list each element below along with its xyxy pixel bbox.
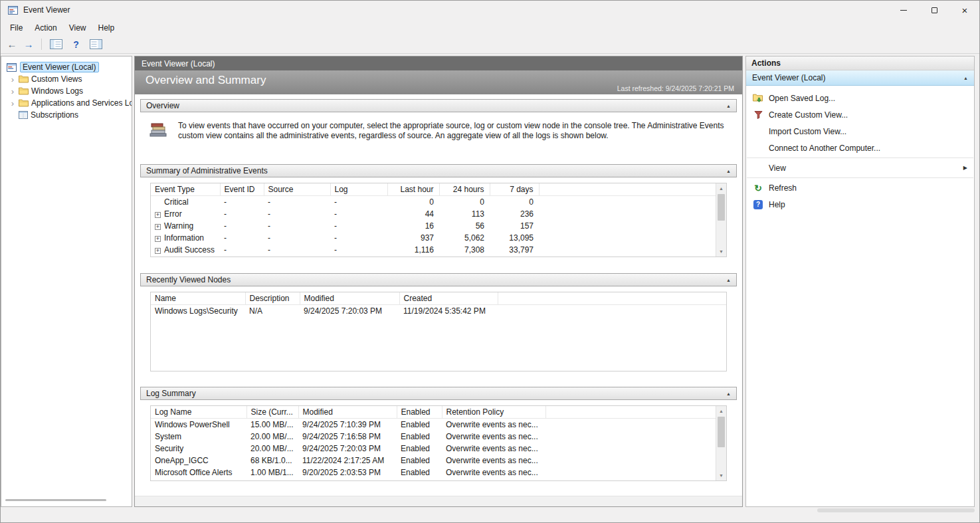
column-header[interactable]: Last hour [387, 183, 439, 196]
table-row[interactable]: Critical---000 [151, 196, 716, 209]
section-header-overview[interactable]: Overview ▲ [140, 99, 737, 112]
action-help[interactable]: ? Help [746, 196, 974, 213]
menu-file[interactable]: File [4, 21, 29, 35]
table-row[interactable]: Microsoft Office Alerts1.00 MB/1...9/20/… [151, 467, 716, 478]
close-button[interactable]: × [949, 0, 980, 20]
table-cell: 13,095 [490, 232, 539, 244]
chevron-right-icon[interactable]: › [9, 87, 16, 96]
menu-view[interactable]: View [63, 21, 92, 35]
help-toolbar-button[interactable]: ? [68, 37, 84, 52]
table-row[interactable]: +Warning---1656157 [151, 220, 716, 232]
scroll-up-icon[interactable]: ▲ [716, 406, 726, 416]
column-header[interactable]: Description [245, 292, 300, 305]
action-create-custom-view[interactable]: Create Custom View... [746, 106, 974, 123]
actions-group-header[interactable]: Event Viewer (Local) ▲ [746, 70, 974, 86]
minimize-icon [900, 10, 907, 11]
column-header[interactable]: 7 days [490, 183, 539, 196]
table-cell: Enabled [397, 431, 442, 443]
menu-help[interactable]: Help [92, 21, 121, 35]
window-horizontal-scrollbar-thumb[interactable] [817, 508, 975, 512]
action-import-custom-view[interactable]: Import Custom View... [746, 123, 974, 140]
table-row[interactable]: +Error---44113236 [151, 208, 716, 220]
column-header[interactable]: Log [330, 183, 387, 196]
chevron-right-icon[interactable]: › [9, 75, 16, 84]
expand-icon[interactable]: + [155, 248, 161, 254]
tree-item-label: Applications and Services Lo [31, 98, 132, 108]
column-header[interactable]: 24 hours [439, 183, 490, 196]
table-cell: Critical [151, 196, 220, 209]
icon-spacer [753, 143, 763, 154]
table-cell: 0 [387, 196, 439, 209]
table-header-row: Log NameSize (Curr...ModifiedEnabledRete… [151, 406, 716, 419]
table-header-row: Event TypeEvent IDSourceLogLast hour24 h… [151, 183, 716, 196]
expand-icon[interactable]: + [155, 224, 161, 230]
collapse-icon[interactable]: ▲ [726, 169, 731, 173]
show-console-tree-button[interactable] [48, 37, 64, 52]
column-header[interactable]: Enabled [397, 406, 442, 419]
back-button[interactable]: ← [5, 39, 19, 49]
actions-pane-icon [90, 39, 102, 49]
expand-icon[interactable]: + [155, 236, 161, 242]
chevron-right-icon[interactable]: › [9, 99, 16, 108]
column-header[interactable]: Event ID [220, 183, 264, 196]
collapse-icon[interactable]: ▲ [963, 76, 968, 80]
table-row[interactable]: Windows PowerShell15.00 MB/...9/24/2025 … [151, 419, 716, 431]
table-cell: 5,062 [439, 232, 490, 244]
column-header[interactable]: Log Name [151, 406, 246, 419]
table-row[interactable]: System20.00 MB/...9/24/2025 7:16:58 PMEn… [151, 431, 716, 443]
section-header-summary[interactable]: Summary of Administrative Events ▲ [140, 164, 737, 177]
column-header[interactable]: Created [399, 292, 498, 305]
table-row[interactable]: +Information---9375,06213,095 [151, 232, 716, 244]
scroll-up-icon[interactable]: ▲ [716, 183, 726, 193]
table-cell: - [330, 208, 387, 220]
table-header-row: NameDescriptionModifiedCreated [151, 292, 726, 305]
scroll-down-icon[interactable]: ▼ [716, 471, 726, 480]
tree-item-applications-and-services-logs[interactable]: › Applications and Services Lo [1, 97, 132, 109]
table-cell: - [330, 196, 387, 209]
overview-logs-icon [149, 121, 167, 152]
action-connect-to-another-computer[interactable]: Connect to Another Computer... [746, 140, 974, 156]
tree-item-event-viewer-local[interactable]: Event Viewer (Local) [1, 61, 132, 73]
show-actions-pane-button[interactable] [88, 37, 104, 52]
folder-icon [19, 87, 29, 95]
section-header-recent-nodes[interactable]: Recently Viewed Nodes ▲ [140, 273, 737, 286]
maximize-button[interactable] [919, 0, 949, 20]
column-header[interactable]: Event Type [151, 183, 220, 196]
tree-item-windows-logs[interactable]: › Windows Logs [1, 85, 132, 97]
forward-button[interactable]: → [22, 39, 35, 49]
column-header[interactable]: Modified [298, 406, 397, 419]
tree-item-subscriptions[interactable]: › Subscriptions [1, 109, 132, 121]
cell-filler [539, 196, 716, 209]
action-refresh[interactable]: ↻ Refresh [746, 179, 974, 196]
column-header[interactable]: Name [151, 292, 245, 305]
table-row[interactable]: Windows Logs\SecurityN/A9/24/2025 7:20:0… [151, 305, 726, 318]
collapse-icon[interactable]: ▲ [726, 391, 731, 396]
action-label: View [769, 163, 786, 173]
action-open-saved-log[interactable]: Open Saved Log... [746, 90, 974, 106]
vertical-scrollbar[interactable]: ▲ ▼ [716, 183, 726, 257]
window-title: Event Viewer [23, 5, 70, 15]
column-header[interactable]: Source [264, 183, 330, 196]
vertical-scrollbar[interactable]: ▲ ▼ [716, 406, 726, 480]
section-header-log-summary[interactable]: Log Summary ▲ [140, 387, 737, 400]
collapse-icon[interactable]: ▲ [726, 104, 731, 108]
table-cell: 9/24/2025 7:20:03 PM [300, 305, 399, 318]
table-row[interactable]: +Audit Success---1,1167,30833,797 [151, 244, 716, 256]
table-cell: 0 [439, 196, 490, 209]
table-cell: +Warning [151, 220, 220, 232]
minimize-button[interactable] [888, 0, 919, 20]
scrollbar-thumb[interactable] [718, 417, 725, 447]
menu-action[interactable]: Action [29, 21, 62, 35]
tree-item-custom-views[interactable]: › Custom Views [1, 73, 132, 85]
column-header[interactable]: Modified [300, 292, 399, 305]
scrollbar-thumb[interactable] [718, 194, 725, 221]
scroll-down-icon[interactable]: ▼ [716, 247, 726, 257]
table-row[interactable]: OneApp_IGCC68 KB/1.0...11/22/2024 2:17:2… [151, 455, 716, 467]
tree-horizontal-scrollbar-thumb[interactable] [5, 499, 106, 501]
expand-icon[interactable]: + [155, 212, 161, 218]
column-header[interactable]: Retention Policy [442, 406, 545, 419]
column-header[interactable]: Size (Curr... [246, 406, 298, 419]
action-view[interactable]: View ▶ [746, 159, 974, 176]
collapse-icon[interactable]: ▲ [726, 278, 731, 282]
table-row[interactable]: Security20.00 MB/...9/24/2025 7:20:03 PM… [151, 443, 716, 455]
